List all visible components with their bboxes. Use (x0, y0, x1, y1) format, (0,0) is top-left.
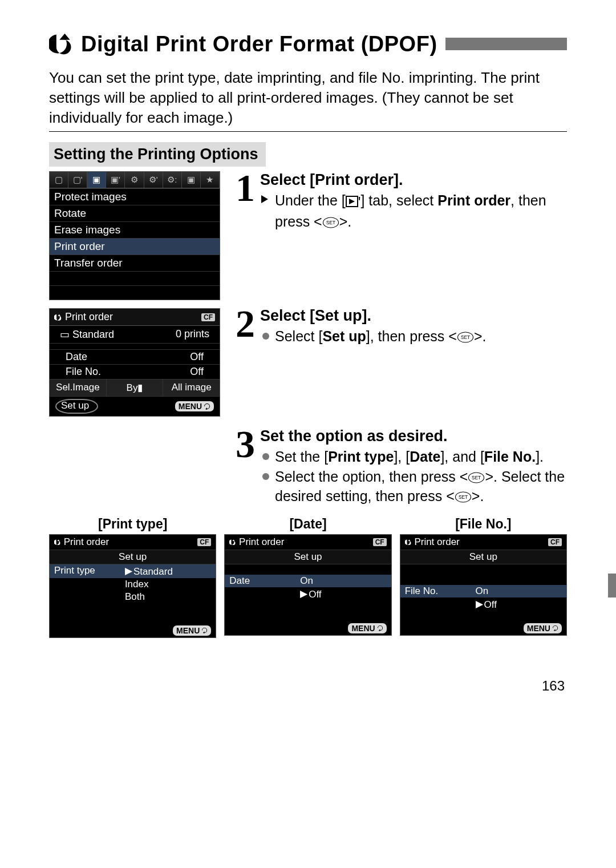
step-3: 3 Set the option as desired. Set the [Pr… (230, 427, 567, 507)
prints-count: 0 prints (176, 328, 209, 341)
camera-menu-screenshot: ▢▢'▣▣'⚙⚙'⚙:▣★ Protect images Rotate Eras… (49, 171, 220, 300)
step-line: Select the option, then press <SET>. Sel… (260, 467, 567, 506)
bullet-dot-icon (262, 333, 269, 340)
sel-image-button: Sel.Image (50, 380, 107, 396)
set-button-icon: SET (322, 216, 339, 229)
section-divider (49, 131, 567, 132)
step-line: Under the ['] tab, select Print order, t… (260, 191, 567, 232)
set-button-icon: SET (468, 471, 485, 484)
svg-text:SET: SET (326, 220, 335, 225)
menu-item: Erase images (50, 221, 220, 238)
row-label: File No. (66, 366, 101, 378)
row-label: Date (66, 351, 87, 363)
print-arrow-icon (49, 31, 74, 56)
step-1: 1 Select [Print order]. Under the ['] ta… (230, 171, 567, 233)
title-decoration-bar (445, 38, 567, 50)
camera-print-order-screenshot: Print order CF ▭ Standard 0 prints Date … (49, 308, 220, 417)
set-button-icon: SET (457, 331, 474, 344)
svg-text:SET: SET (472, 475, 481, 481)
cf-badge: CF (201, 313, 215, 321)
step-title: Select [Print order]. (260, 171, 567, 189)
side-thumb-tab (608, 574, 616, 597)
svg-marker-0 (261, 195, 268, 203)
menu-item-selected: Print order (50, 238, 220, 255)
svg-text:SET: SET (459, 495, 468, 500)
set-button-icon: SET (455, 491, 472, 503)
step-number: 3 (230, 427, 260, 507)
intro-paragraph: You can set the print type, date imprint… (49, 68, 567, 128)
step-line: Select [Set up], then press <SET>. (260, 327, 567, 346)
date-screenshot: Print orderCF Set up DateOn ▶Off MENU (224, 534, 391, 636)
svg-marker-2 (349, 199, 355, 204)
step-2: 2 Select [Set up]. Select [Set up], then… (230, 307, 567, 348)
row-value: Off (190, 351, 204, 363)
section-heading: Setting the Printing Options (49, 142, 266, 167)
bullet-dot-icon (262, 453, 269, 460)
page-title-row: Digital Print Order Format (DPOF) (49, 31, 567, 56)
row-value: Off (190, 366, 204, 378)
menu-chip: MENU (175, 401, 214, 411)
option-label: [Print type] (98, 516, 167, 532)
step-number: 2 (230, 307, 260, 348)
menu-item: Rotate (50, 205, 220, 221)
print-type-screenshot: Print orderCF Set up Print type▶Standard… (49, 534, 216, 638)
by-folder-button: By▮ (107, 380, 164, 396)
step-title: Select [Set up]. (260, 307, 567, 325)
fileno-screenshot: Print orderCF Set up File No.On ▶Off MEN… (400, 534, 567, 636)
camera-tab-strip: ▢▢'▣▣'⚙⚙'⚙:▣★ (50, 172, 220, 188)
option-label: [File No.] (455, 516, 511, 532)
print-order-title: Print order (65, 311, 113, 322)
all-image-button: All image (163, 380, 220, 396)
triangle-bullet-icon (260, 194, 269, 204)
menu-item: Transfer order (50, 255, 220, 271)
page-title: Digital Print Order Format (DPOF) (81, 32, 437, 56)
menu-item: Protect images (50, 188, 220, 205)
bullet-dot-icon (262, 473, 269, 480)
step-number: 1 (230, 171, 260, 233)
print-type-value: Standard (72, 329, 114, 340)
option-label: [Date] (289, 516, 326, 532)
step-title: Set the option as desired. (260, 427, 567, 445)
page-number: 163 (49, 678, 567, 694)
option-screens-row: [Print type] Print orderCF Set up Print … (49, 516, 567, 638)
svg-text:SET: SET (461, 335, 470, 340)
step-line: Set the [Print type], [Date], and [File … (260, 447, 567, 467)
setup-button-circled: Set up (55, 399, 98, 414)
